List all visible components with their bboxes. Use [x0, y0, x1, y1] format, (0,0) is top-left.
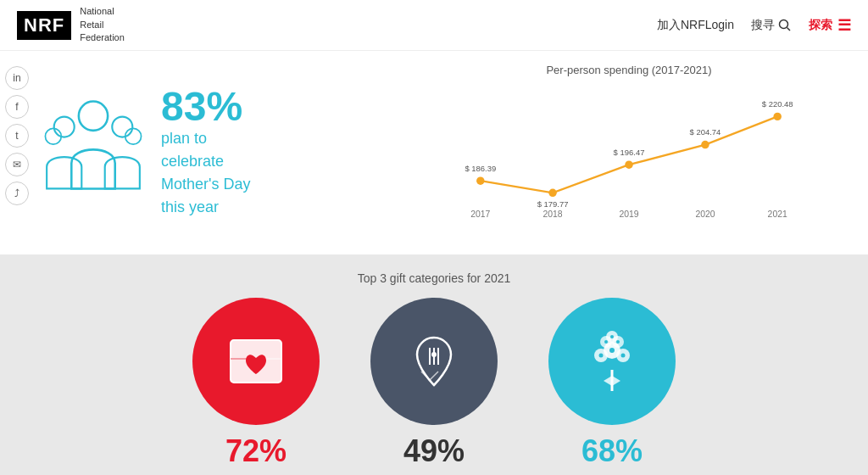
svg-text:2021: 2021	[768, 210, 787, 219]
svg-point-7	[476, 176, 484, 184]
svg-text:$ 196.47: $ 196.47	[614, 148, 645, 157]
linkedin-icon[interactable]: in	[5, 66, 29, 90]
email-icon[interactable]: ✉	[5, 153, 29, 176]
svg-text:$ 186.39: $ 186.39	[465, 164, 496, 173]
svg-point-11	[773, 113, 781, 120]
stat-section: 83% plan to celebrate Mother's Day this …	[42, 87, 415, 219]
svg-point-38	[621, 354, 626, 358]
flowers-icon	[574, 323, 650, 400]
facebook-icon[interactable]: f	[5, 95, 29, 119]
svg-text:2019: 2019	[619, 210, 638, 219]
svg-point-28	[431, 352, 437, 357]
people-icon	[42, 94, 144, 210]
svg-point-3	[54, 117, 75, 137]
stat-percent: 83%	[161, 87, 250, 127]
svg-text:2020: 2020	[695, 210, 715, 219]
svg-text:2018: 2018	[542, 210, 562, 219]
svg-text:$ 204.74: $ 204.74	[690, 127, 721, 137]
svg-point-8	[548, 189, 556, 197]
nav-right: 加入NRFLogin 搜寻 探索 ☰	[657, 16, 851, 35]
nav-search-button[interactable]: 搜寻	[751, 18, 792, 33]
gift-card-greeting: 72% Greeting Cards	[192, 298, 320, 475]
gift-card-flowers: 68% Flowers	[548, 298, 676, 475]
nav-explore-button[interactable]: 探索 ☰	[809, 16, 851, 35]
social-sidebar: in f t ✉ ⤴	[0, 59, 34, 215]
gift-card-outings: 49% Special Outings	[370, 298, 498, 475]
svg-text:2017: 2017	[470, 210, 490, 219]
chart-container: $ 186.39 $ 179.77 $ 196.47 $ 204.74 $ 22…	[432, 81, 826, 225]
outings-percent: 49%	[403, 433, 465, 469]
greeting-circle	[192, 298, 320, 425]
stat-description: plan to celebrate Mother's Day this year	[161, 127, 250, 219]
svg-line-1	[787, 27, 791, 31]
main-content: 83% plan to celebrate Mother's Day this …	[0, 51, 868, 254]
share-icon[interactable]: ⤴	[5, 182, 29, 205]
svg-point-10	[701, 141, 709, 148]
greeting-card-icon	[222, 327, 290, 395]
outings-icon	[400, 327, 468, 395]
svg-point-36	[609, 348, 615, 353]
search-icon	[778, 19, 792, 32]
flowers-circle	[548, 298, 676, 425]
svg-text:$ 179.77: $ 179.77	[537, 199, 569, 209]
svg-text:$ 220.48: $ 220.48	[762, 99, 793, 109]
twitter-icon[interactable]: t	[5, 124, 29, 148]
hamburger-icon: ☰	[837, 16, 851, 35]
gift-cards: 72% Greeting Cards 49% Spe	[192, 298, 676, 475]
header: NRF National Retail Federation 加入NRFLogi…	[0, 0, 868, 51]
flowers-percent: 68%	[581, 433, 643, 469]
gift-section: Top 3 gift categories for 2021 72% Greet…	[0, 254, 868, 475]
outings-circle	[370, 298, 498, 425]
svg-point-9	[625, 160, 632, 168]
gift-section-title: Top 3 gift categories for 2021	[358, 271, 511, 285]
svg-point-40	[616, 340, 620, 344]
svg-point-2	[79, 102, 108, 131]
nrf-tagline: National Retail Federation	[80, 5, 125, 44]
svg-point-39	[604, 340, 608, 344]
svg-point-37	[599, 354, 604, 358]
logo-area: NRF National Retail Federation	[17, 5, 125, 44]
chart-section: Per-person spending (2017-2021) $ 186.39…	[432, 64, 826, 242]
svg-point-5	[112, 117, 132, 137]
nav-join-link[interactable]: 加入NRFLogin	[657, 18, 734, 33]
chart-title: Per-person spending (2017-2021)	[432, 64, 826, 76]
spending-chart: $ 186.39 $ 179.77 $ 196.47 $ 204.74 $ 22…	[432, 81, 826, 225]
stat-text: 83% plan to celebrate Mother's Day this …	[161, 87, 250, 219]
svg-point-41	[610, 335, 614, 338]
greeting-percent: 72%	[225, 433, 287, 469]
svg-point-0	[780, 20, 788, 28]
nrf-logo: NRF	[17, 11, 71, 40]
